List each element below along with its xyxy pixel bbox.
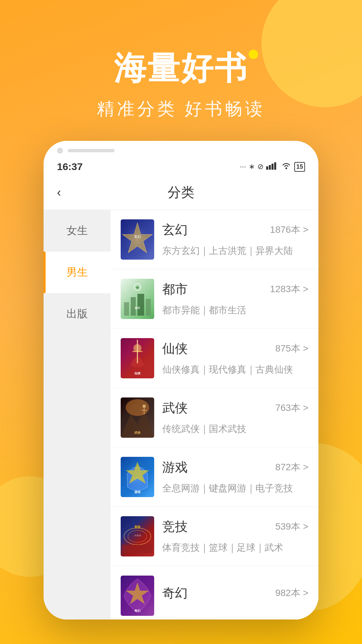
- category-item-dushi[interactable]: 修 都市 都市 1283本 > 都市异能｜都市生活: [111, 269, 318, 329]
- category-name-dushi: 都市: [162, 281, 188, 298]
- battery-icon: 15: [294, 162, 305, 172]
- category-header-xianxia: 仙侠 875本 >: [162, 340, 308, 357]
- sidebar-label-male: 男生: [66, 266, 88, 278]
- category-item-qihuan[interactable]: 奇幻 奇幻 982本 >: [111, 566, 318, 620]
- category-count-wuxia: 763本 >: [275, 401, 308, 414]
- category-header-jingji: 竞技 539本 >: [162, 518, 308, 535]
- category-name-qihuan: 奇幻: [162, 585, 188, 602]
- category-name-xuanhuan: 玄幻: [162, 221, 188, 238]
- svg-rect-9: [124, 302, 129, 316]
- category-info-xuanhuan: 玄幻 1876本 > 东方玄幻｜上古洪荒｜异界大陆: [162, 221, 308, 258]
- phone-container: 16:37 ··· ∗ ⊘: [0, 141, 362, 620]
- category-header-xuanhuan: 玄幻 1876本 >: [162, 221, 308, 238]
- sidebar-item-female[interactable]: 女生: [44, 210, 111, 252]
- wifi-icon: [281, 162, 292, 172]
- category-count-xuanhuan: 1876本 >: [270, 223, 308, 236]
- main-title: 海量好书: [114, 47, 248, 91]
- svg-text:竞技: 竞技: [134, 525, 141, 529]
- menu-dots-icon: ···: [240, 162, 246, 171]
- category-tags-xuanhuan: 东方玄幻｜上古洪荒｜异界大陆: [162, 244, 308, 258]
- svg-rect-34: [122, 545, 153, 553]
- svg-text:玄幻: 玄幻: [134, 235, 141, 238]
- header-section: 海量好书 精准分类 好书畅读: [0, 0, 362, 141]
- category-header-wuxia: 武侠 763本 >: [162, 399, 308, 417]
- sub-title: 精准分类 好书畅读: [0, 97, 362, 121]
- category-name-wuxia: 武侠: [162, 399, 188, 417]
- category-info-dushi: 都市 1283本 > 都市异能｜都市生活: [162, 281, 308, 317]
- status-icons: ··· ∗ ⊘: [240, 162, 305, 172]
- svg-text:仙侠: 仙侠: [134, 372, 141, 375]
- category-count-xianxia: 875本 >: [275, 342, 308, 355]
- category-item-wuxia[interactable]: 武侠 武侠 763本 > 传统武侠｜国术武技: [111, 388, 318, 447]
- battery-level: 15: [296, 163, 303, 170]
- category-name-xianxia: 仙侠: [162, 340, 188, 357]
- svg-rect-1: [269, 165, 271, 170]
- book-cover-wuxia: 武侠: [121, 397, 154, 438]
- nav-bar: ‹ 分类: [44, 175, 318, 210]
- svg-text:游戏: 游戏: [134, 490, 140, 494]
- category-info-qihuan: 奇幻 982本 >: [162, 585, 308, 607]
- category-info-youxi: 游戏 872本 > 全息网游｜键盘网游｜电子竞技: [162, 459, 308, 495]
- svg-rect-0: [266, 166, 268, 170]
- category-tags-dushi: 都市异能｜都市生活: [162, 303, 308, 317]
- sidebar-item-publish[interactable]: 出版: [44, 293, 111, 335]
- book-cover-xianxia: 仙侠: [121, 338, 154, 378]
- book-cover-xuanhuan: 玄幻: [121, 219, 154, 260]
- svg-text:奇幻: 奇幻: [134, 609, 140, 612]
- speaker-dot: [57, 148, 63, 154]
- category-info-jingji: 竞技 539本 > 体育竞技｜篮球｜足球｜武术: [162, 518, 308, 555]
- category-info-xianxia: 仙侠 875本 > 仙侠修真｜现代修真｜古典仙侠: [162, 340, 308, 377]
- category-tags-youxi: 全息网游｜键盘网游｜电子竞技: [162, 481, 308, 495]
- category-tags-jingji: 体育竞技｜篮球｜足球｜武术: [162, 541, 308, 555]
- category-item-xianxia[interactable]: 仙侠 仙侠 875本 > 仙侠修真｜现代修真｜古典仙侠: [111, 329, 318, 388]
- status-bar: 16:37 ··· ∗ ⊘: [44, 157, 318, 175]
- category-item-youxi[interactable]: 游戏 游戏 872本 > 全息网游｜键盘网游｜电子竞技: [111, 447, 318, 507]
- category-header-youxi: 游戏 872本 >: [162, 459, 308, 476]
- phone-top-area: [44, 141, 318, 157]
- signal-icon: [266, 162, 278, 172]
- sidebar-item-male[interactable]: 男生: [44, 252, 111, 293]
- category-header-qihuan: 奇幻 982本 >: [162, 585, 308, 602]
- page-title: 分类: [168, 183, 194, 202]
- svg-text:修: 修: [136, 286, 139, 289]
- sidebar-label-publish: 出版: [66, 308, 88, 320]
- category-header-dushi: 都市 1283本 >: [162, 281, 308, 298]
- svg-text:大年间: 大年间: [134, 534, 141, 537]
- svg-point-4: [285, 168, 287, 169]
- svg-text:武侠: 武侠: [134, 431, 141, 434]
- category-name-youxi: 游戏: [162, 459, 188, 476]
- category-count-qihuan: 982本 >: [275, 587, 308, 599]
- svg-rect-3: [274, 162, 276, 170]
- category-tags-wuxia: 传统武侠｜国术武技: [162, 422, 308, 436]
- category-count-jingji: 539本 >: [275, 520, 308, 533]
- category-info-wuxia: 武侠 763本 > 传统武侠｜国术武技: [162, 399, 308, 436]
- category-count-youxi: 872本 >: [275, 461, 308, 474]
- book-cover-jingji: 竞技 大年间: [121, 516, 154, 556]
- category-tags-xianxia: 仙侠修真｜现代修真｜古典仙侠: [162, 363, 308, 377]
- svg-rect-2: [272, 164, 274, 170]
- book-cover-qihuan: 奇幻: [121, 576, 154, 616]
- nfc-icon: ⊘: [257, 162, 263, 171]
- category-item-xuanhuan[interactable]: 玄幻 玄幻 1876本 > 东方玄幻｜上古洪荒｜异界大陆: [111, 210, 318, 269]
- category-name-jingji: 竞技: [162, 518, 188, 535]
- svg-rect-11: [137, 294, 144, 316]
- sidebar: 女生 男生 出版: [44, 210, 111, 620]
- speaker-bar: [68, 149, 115, 152]
- status-time: 16:37: [57, 161, 83, 172]
- book-cover-youxi: 游戏: [121, 457, 154, 497]
- bluetooth-icon: ∗: [249, 162, 255, 171]
- book-cover-dushi: 修 都市: [121, 279, 154, 319]
- svg-point-23: [126, 399, 149, 416]
- phone-mockup: 16:37 ··· ∗ ⊘: [44, 141, 318, 620]
- back-button[interactable]: ‹: [57, 185, 61, 200]
- phone-speaker: [57, 148, 115, 154]
- svg-point-24: [142, 405, 146, 408]
- content-area: 女生 男生 出版: [44, 210, 318, 620]
- title-dot-decoration: [249, 50, 258, 59]
- category-count-dushi: 1283本 >: [270, 283, 308, 296]
- sidebar-label-female: 女生: [66, 224, 88, 236]
- svg-rect-12: [146, 299, 151, 316]
- category-list: 玄幻 玄幻 1876本 > 东方玄幻｜上古洪荒｜异界大陆: [111, 210, 318, 620]
- category-item-jingji[interactable]: 竞技 大年间 竞技 539本 > 体育竞技｜篮球｜足球｜武术: [111, 507, 318, 566]
- svg-text:都市: 都市: [134, 306, 140, 310]
